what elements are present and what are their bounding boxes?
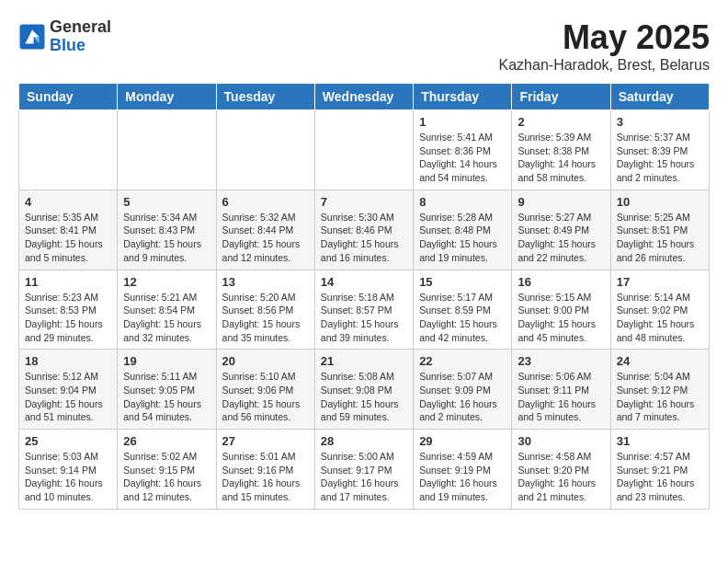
calendar-cell: 20Sunrise: 5:10 AM Sunset: 9:06 PM Dayli… — [216, 350, 314, 430]
day-info: Sunrise: 5:12 AM Sunset: 9:04 PM Dayligh… — [25, 370, 111, 424]
calendar-cell: 19Sunrise: 5:11 AM Sunset: 9:05 PM Dayli… — [118, 350, 216, 430]
day-info: Sunrise: 5:03 AM Sunset: 9:14 PM Dayligh… — [25, 450, 111, 504]
day-info: Sunrise: 5:39 AM Sunset: 8:38 PM Dayligh… — [518, 131, 604, 185]
calendar-week-row: 4Sunrise: 5:35 AM Sunset: 8:41 PM Daylig… — [19, 190, 710, 270]
day-number: 25 — [25, 434, 111, 448]
calendar-cell: 29Sunrise: 4:59 AM Sunset: 9:19 PM Dayli… — [414, 430, 512, 510]
calendar-header-row: SundayMondayTuesdayWednesdayThursdayFrid… — [19, 84, 710, 110]
day-info: Sunrise: 5:35 AM Sunset: 8:41 PM Dayligh… — [25, 211, 111, 265]
day-info: Sunrise: 5:18 AM Sunset: 8:57 PM Dayligh… — [321, 291, 407, 345]
calendar-cell: 15Sunrise: 5:17 AM Sunset: 8:59 PM Dayli… — [414, 270, 512, 350]
day-info: Sunrise: 5:10 AM Sunset: 9:06 PM Dayligh… — [222, 370, 309, 424]
day-number: 19 — [123, 354, 210, 368]
day-info: Sunrise: 5:08 AM Sunset: 9:08 PM Dayligh… — [321, 370, 407, 424]
calendar-cell: 2Sunrise: 5:39 AM Sunset: 8:38 PM Daylig… — [512, 110, 610, 190]
calendar-cell: 7Sunrise: 5:30 AM Sunset: 8:46 PM Daylig… — [314, 190, 413, 270]
day-info: Sunrise: 5:04 AM Sunset: 9:12 PM Dayligh… — [617, 370, 703, 424]
day-number: 21 — [321, 354, 407, 368]
calendar-header-saturday: Saturday — [610, 84, 709, 110]
calendar-cell — [216, 110, 314, 190]
calendar-cell: 24Sunrise: 5:04 AM Sunset: 9:12 PM Dayli… — [610, 350, 709, 430]
day-info: Sunrise: 5:00 AM Sunset: 9:17 PM Dayligh… — [321, 450, 407, 504]
day-number: 13 — [222, 275, 309, 289]
day-info: Sunrise: 5:30 AM Sunset: 8:46 PM Dayligh… — [321, 211, 407, 265]
day-info: Sunrise: 5:02 AM Sunset: 9:15 PM Dayligh… — [123, 450, 210, 504]
calendar-cell: 11Sunrise: 5:23 AM Sunset: 8:53 PM Dayli… — [19, 270, 118, 350]
location-subtitle: Kazhan-Haradok, Brest, Belarus — [499, 57, 710, 74]
calendar-cell: 13Sunrise: 5:20 AM Sunset: 8:56 PM Dayli… — [216, 270, 314, 350]
day-number: 11 — [25, 275, 111, 289]
logo-blue-text: Blue — [50, 37, 111, 55]
day-number: 12 — [123, 275, 210, 289]
title-block: May 2025 Kazhan-Haradok, Brest, Belarus — [499, 18, 710, 74]
day-number: 3 — [617, 115, 703, 129]
logo-general-text: General — [50, 18, 111, 37]
day-number: 14 — [321, 275, 407, 289]
calendar-header-friday: Friday — [512, 84, 610, 110]
calendar-header-wednesday: Wednesday — [314, 84, 413, 110]
day-info: Sunrise: 5:01 AM Sunset: 9:16 PM Dayligh… — [222, 450, 309, 504]
day-number: 16 — [518, 275, 604, 289]
calendar-cell: 12Sunrise: 5:21 AM Sunset: 8:54 PM Dayli… — [118, 270, 216, 350]
calendar-cell: 10Sunrise: 5:25 AM Sunset: 8:51 PM Dayli… — [610, 190, 709, 270]
calendar-cell — [314, 110, 413, 190]
calendar-header-sunday: Sunday — [19, 84, 118, 110]
calendar-cell: 5Sunrise: 5:34 AM Sunset: 8:43 PM Daylig… — [118, 190, 216, 270]
calendar-cell — [19, 110, 118, 190]
day-info: Sunrise: 5:06 AM Sunset: 9:11 PM Dayligh… — [518, 370, 604, 424]
day-number: 24 — [617, 354, 703, 368]
calendar-cell: 22Sunrise: 5:07 AM Sunset: 9:09 PM Dayli… — [414, 350, 512, 430]
calendar-cell: 9Sunrise: 5:27 AM Sunset: 8:49 PM Daylig… — [512, 190, 610, 270]
day-number: 1 — [419, 115, 506, 129]
day-number: 20 — [222, 354, 309, 368]
day-info: Sunrise: 5:21 AM Sunset: 8:54 PM Dayligh… — [123, 291, 210, 345]
day-info: Sunrise: 5:41 AM Sunset: 8:36 PM Dayligh… — [419, 131, 506, 185]
day-info: Sunrise: 5:27 AM Sunset: 8:49 PM Dayligh… — [518, 211, 604, 265]
day-info: Sunrise: 4:59 AM Sunset: 9:19 PM Dayligh… — [419, 450, 506, 504]
day-number: 9 — [518, 195, 604, 209]
page-header: General Blue May 2025 Kazhan-Haradok, Br… — [18, 18, 710, 74]
calendar-cell: 21Sunrise: 5:08 AM Sunset: 9:08 PM Dayli… — [314, 350, 413, 430]
day-info: Sunrise: 5:14 AM Sunset: 9:02 PM Dayligh… — [617, 291, 703, 345]
calendar-cell: 14Sunrise: 5:18 AM Sunset: 8:57 PM Dayli… — [314, 270, 413, 350]
month-year-title: May 2025 — [499, 18, 710, 57]
day-info: Sunrise: 5:23 AM Sunset: 8:53 PM Dayligh… — [25, 291, 111, 345]
day-number: 7 — [321, 195, 407, 209]
calendar-cell: 25Sunrise: 5:03 AM Sunset: 9:14 PM Dayli… — [19, 430, 118, 510]
calendar-cell: 27Sunrise: 5:01 AM Sunset: 9:16 PM Dayli… — [216, 430, 314, 510]
day-number: 28 — [321, 434, 407, 448]
day-number: 5 — [123, 195, 210, 209]
logo-text: General Blue — [50, 18, 111, 55]
calendar-cell: 31Sunrise: 4:57 AM Sunset: 9:21 PM Dayli… — [610, 430, 709, 510]
day-number: 10 — [617, 195, 703, 209]
calendar-cell: 6Sunrise: 5:32 AM Sunset: 8:44 PM Daylig… — [216, 190, 314, 270]
day-number: 31 — [617, 434, 703, 448]
day-number: 17 — [617, 275, 703, 289]
calendar-cell: 30Sunrise: 4:58 AM Sunset: 9:20 PM Dayli… — [512, 430, 610, 510]
day-number: 2 — [518, 115, 604, 129]
day-number: 15 — [419, 275, 506, 289]
day-info: Sunrise: 5:37 AM Sunset: 8:39 PM Dayligh… — [617, 131, 703, 185]
calendar-cell: 18Sunrise: 5:12 AM Sunset: 9:04 PM Dayli… — [19, 350, 118, 430]
day-info: Sunrise: 5:28 AM Sunset: 8:48 PM Dayligh… — [419, 211, 506, 265]
calendar-week-row: 1Sunrise: 5:41 AM Sunset: 8:36 PM Daylig… — [19, 110, 710, 190]
day-number: 26 — [123, 434, 210, 448]
calendar-week-row: 25Sunrise: 5:03 AM Sunset: 9:14 PM Dayli… — [19, 430, 710, 510]
calendar-table: SundayMondayTuesdayWednesdayThursdayFrid… — [18, 83, 710, 510]
day-info: Sunrise: 5:20 AM Sunset: 8:56 PM Dayligh… — [222, 291, 309, 345]
calendar-cell: 3Sunrise: 5:37 AM Sunset: 8:39 PM Daylig… — [610, 110, 709, 190]
calendar-header-tuesday: Tuesday — [216, 84, 314, 110]
calendar-cell: 17Sunrise: 5:14 AM Sunset: 9:02 PM Dayli… — [610, 270, 709, 350]
calendar-header-thursday: Thursday — [414, 84, 512, 110]
day-number: 22 — [419, 354, 506, 368]
day-info: Sunrise: 5:15 AM Sunset: 9:00 PM Dayligh… — [518, 291, 604, 345]
day-info: Sunrise: 4:58 AM Sunset: 9:20 PM Dayligh… — [518, 450, 604, 504]
calendar-cell: 23Sunrise: 5:06 AM Sunset: 9:11 PM Dayli… — [512, 350, 610, 430]
logo-icon — [18, 23, 46, 51]
day-info: Sunrise: 5:17 AM Sunset: 8:59 PM Dayligh… — [419, 291, 506, 345]
day-number: 29 — [419, 434, 506, 448]
day-number: 23 — [518, 354, 604, 368]
calendar-cell: 1Sunrise: 5:41 AM Sunset: 8:36 PM Daylig… — [414, 110, 512, 190]
calendar-cell: 16Sunrise: 5:15 AM Sunset: 9:00 PM Dayli… — [512, 270, 610, 350]
calendar-week-row: 18Sunrise: 5:12 AM Sunset: 9:04 PM Dayli… — [19, 350, 710, 430]
